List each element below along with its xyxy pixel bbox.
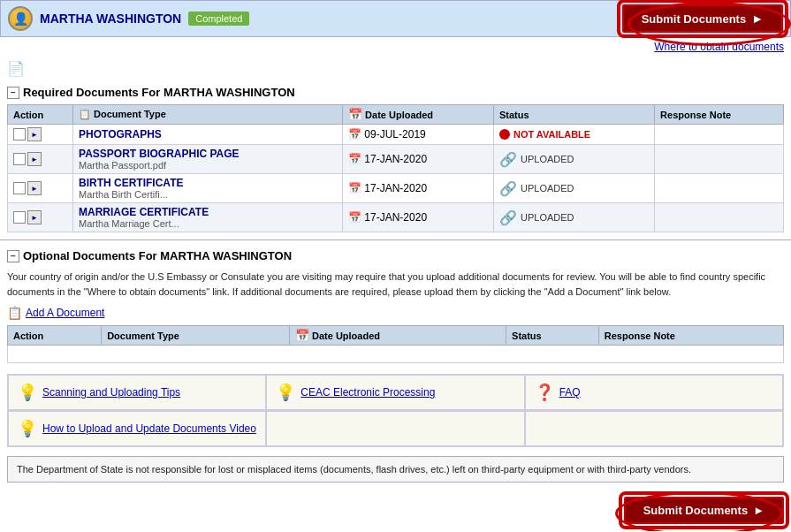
date-cell: 📅 17-JAN-2020 [343,145,494,174]
optional-documents-table: Action Document Type 📅 Date Uploaded Sta… [7,325,784,363]
tip-icon-1: 💡 [276,383,295,402]
collapse-optional-button[interactable]: − [7,250,19,262]
col-doc-type: 📋 Document Type [73,105,343,125]
response-note-cell [655,145,784,174]
opt-col-date: 📅 Date Uploaded [289,326,506,346]
status-cell: 🔗UPLOADED [493,145,654,174]
submit-documents-button-top[interactable]: Submit Documents ► [622,4,783,33]
response-note-cell [655,174,784,203]
action-play-0[interactable]: ► [27,127,42,141]
tip-row2-empty-1 [266,411,524,446]
date-cell: 📅 17-JAN-2020 [343,203,494,232]
doc-sub: Martha Marriage Cert... [79,218,337,229]
add-doc-icon: 📋 [7,306,22,320]
tip-row2-cell-0: 💡How to Upload and Update Documents Vide… [8,411,266,446]
status-icon: 🔗 [499,151,517,168]
opt-cal-icon: 📅 [295,329,309,342]
optional-section-header: − Optional Documents For MARTHA WASHINGT… [7,247,784,264]
date-cell: 📅 09-JUL-2019 [343,125,494,145]
doc-name: BIRTH CERTIFICATE [79,177,337,189]
header-left: 👤 MARTHA WASHINGTON Completed [8,6,249,31]
required-section-header: − Required Documents For MARTHA WASHINGT… [7,84,784,101]
optional-description: Your country of origin and/or the U.S Em… [7,264,784,304]
opt-col-doc-type: Document Type [102,326,290,346]
add-document-link[interactable]: Add A Document [26,307,104,319]
submit-documents-button-bottom[interactable]: Submit Documents ► [624,497,784,524]
col-status: Status [493,105,654,125]
date-cell: 📅 17-JAN-2020 [343,174,494,203]
tip-icon-2: ❓ [535,383,554,402]
tip-cell-1: 💡CEAC Electronic Processing [266,375,524,410]
optional-documents-section: − Optional Documents For MARTHA WASHINGT… [7,247,784,363]
required-documents-section: − Required Documents For MARTHA WASHINGT… [7,84,784,232]
status-text: UPLOADED [521,154,574,164]
tip-icon-0: 💡 [18,383,37,402]
required-table-row: ► MARRIAGE CERTIFICATEMartha Marriage Ce… [8,203,784,232]
required-table-row: ► BIRTH CERTIFICATEMartha Birth Certifi.… [8,174,784,203]
tip-link-0[interactable]: Scanning and Uploading Tips [42,386,180,399]
header-bar: 👤 MARTHA WASHINGTON Completed Submit Doc… [0,0,791,37]
opt-col-response: Response Note [598,326,783,346]
tip-row2-icon-0: 💡 [18,419,37,438]
status-icon: 🔗 [499,180,517,197]
status-icon: 🔗 [499,209,517,226]
add-doc-row: 📋 Add A Document [7,304,784,322]
action-play-1[interactable]: ► [27,152,42,166]
status-dot-red [499,129,510,140]
where-link-row: Where to obtain documents [0,37,791,57]
required-documents-table: Action 📋 Document Type 📅 Date Uploaded S… [7,104,784,232]
required-table-row: ► PASSPORT BIOGRAPHIC PAGEMartha Passpor… [8,145,784,174]
optional-section-title: Optional Documents For MARTHA WASHINGTON [23,249,292,262]
file-upload-icon: 📄 [7,61,25,76]
action-checkbox-2[interactable] [13,182,26,194]
status-text: UPLOADED [521,212,574,223]
doc-name: MARRIAGE CERTIFICATE [79,206,337,218]
action-play-3[interactable]: ► [27,210,42,224]
status-badge: Completed [188,11,249,26]
doc-name: PASSPORT BIOGRAPHIC PAGE [79,148,337,160]
file-icon-row: 📄 [0,57,791,80]
opt-col-status: Status [506,326,599,346]
arrow-icon: ► [751,11,764,26]
action-checkbox-3[interactable] [13,211,26,224]
status-text: UPLOADED [521,183,574,194]
response-note-cell [655,125,784,145]
user-avatar: 👤 [8,6,33,31]
doc-name: PHOTOGRAPHS [79,128,337,141]
status-text: NOT AVAILABLE [513,129,590,140]
status-cell: 🔗UPLOADED [493,203,654,232]
required-section-title: Required Documents For MARTHA WASHINGTON [23,86,295,99]
bottom-submit-row: Submit Documents ► [0,490,791,531]
user-name: MARTHA WASHINGTON [40,11,181,26]
opt-col-action: Action [8,326,102,346]
tip-link-1[interactable]: CEAC Electronic Processing [300,386,435,399]
tip-cell-0: 💡Scanning and Uploading Tips [8,375,266,410]
optional-empty-row [8,346,784,363]
tip-link-2[interactable]: FAQ [559,386,581,399]
col-action: Action [8,105,73,125]
cal-icon: 📅 [348,108,362,121]
response-note-cell [655,203,784,232]
tip-cell-2: ❓FAQ [525,375,783,410]
status-cell: NOT AVAILABLE [493,125,654,145]
action-play-2[interactable]: ► [27,181,42,195]
collapse-required-button[interactable]: − [7,87,19,99]
tip-row2-empty-2 [525,411,783,446]
action-checkbox-1[interactable] [13,153,26,165]
col-date-uploaded: 📅 Date Uploaded [343,105,494,125]
status-cell: 🔗UPLOADED [493,174,654,203]
action-checkbox-0[interactable] [13,128,26,141]
doc-sub: Martha Passport.pdf [79,160,337,171]
doc-sub: Martha Birth Certifi... [79,189,337,200]
tips-grid: 💡Scanning and Uploading Tips💡CEAC Electr… [7,374,784,411]
required-table-row: ► PHOTOGRAPHS📅 09-JUL-2019NOT AVAILABLE [8,125,784,145]
disclaimer: The Department of State is not responsib… [7,456,784,483]
bottom-arrow-icon: ► [753,504,764,517]
tip-row2-link-0[interactable]: How to Upload and Update Documents Video [42,422,256,435]
tips-row2: 💡How to Upload and Update Documents Vide… [7,411,784,447]
col-response-note: Response Note [655,105,784,125]
where-to-obtain-link[interactable]: Where to obtain documents [654,41,784,53]
